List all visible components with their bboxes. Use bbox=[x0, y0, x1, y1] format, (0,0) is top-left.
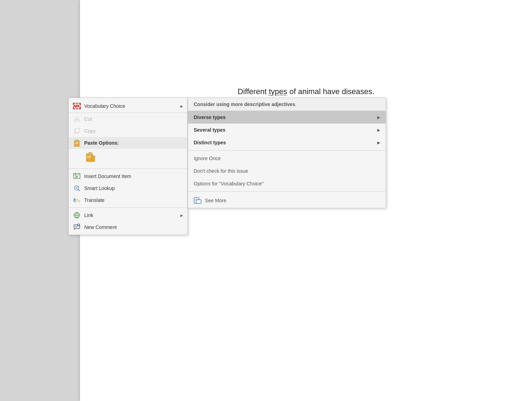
submenu-separator-1 bbox=[188, 150, 386, 151]
several-types-item[interactable]: Several types ▶ bbox=[188, 124, 386, 136]
svg-line-22 bbox=[78, 190, 80, 191]
submenu-header-text: Consider using more descriptive adjectiv… bbox=[194, 101, 295, 107]
translate-item[interactable]: あ a Translate bbox=[69, 194, 187, 206]
submenu-separator-2 bbox=[188, 191, 386, 192]
cut-label: Cut bbox=[84, 116, 183, 122]
options-label: Options for "Vocabulary Choice" bbox=[194, 181, 264, 186]
svg-rect-11 bbox=[88, 152, 92, 155]
several-types-arrow: ▶ bbox=[377, 128, 380, 132]
insert-document-item[interactable]: Insert Document Item bbox=[69, 170, 187, 182]
paste-icon bbox=[73, 139, 81, 147]
link-label: Link bbox=[84, 212, 177, 218]
smart-lookup-label: Smart Lookup bbox=[84, 185, 183, 191]
copy-menu-item[interactable]: Copy bbox=[69, 125, 187, 137]
several-types-label: Several types bbox=[194, 127, 225, 133]
svg-rect-8 bbox=[75, 142, 79, 143]
new-comment-item[interactable]: New Comment bbox=[69, 221, 187, 233]
diverse-types-label: Diverse types bbox=[194, 114, 226, 120]
context-menu-left: ABC Vocabulary Choice ▶ Cut bbox=[68, 98, 188, 235]
link-icon bbox=[73, 211, 81, 219]
insert-label: Insert Document Item bbox=[84, 173, 183, 179]
ignore-once-item[interactable]: Ignore Once bbox=[188, 152, 386, 165]
svg-point-21 bbox=[74, 186, 79, 190]
copy-label: Copy bbox=[84, 128, 183, 134]
document-text: Different types of animal have diseases. bbox=[238, 87, 374, 96]
dont-check-item[interactable]: Don't check for this issue bbox=[188, 165, 386, 177]
separator-2 bbox=[69, 208, 187, 208]
submenu-header: Consider using more descriptive adjectiv… bbox=[188, 98, 386, 111]
svg-rect-5 bbox=[75, 129, 79, 132]
distinct-types-label: Distinct types bbox=[194, 140, 226, 145]
see-more-label: See More bbox=[205, 198, 226, 203]
svg-text:a: a bbox=[77, 198, 78, 201]
vocab-choice-header[interactable]: ABC Vocabulary Choice ▶ bbox=[69, 99, 187, 113]
see-more-icon bbox=[194, 197, 201, 204]
distinct-types-arrow: ▶ bbox=[377, 141, 380, 145]
vocab-choice-arrow: ▶ bbox=[180, 104, 183, 108]
comment-icon bbox=[73, 223, 81, 231]
insert-icon bbox=[73, 172, 81, 180]
separator-1 bbox=[69, 169, 187, 169]
vocab-choice-label: Vocabulary Choice bbox=[84, 103, 177, 109]
svg-rect-7 bbox=[75, 140, 78, 142]
svg-point-2 bbox=[74, 119, 76, 121]
text-before: Different bbox=[238, 87, 269, 96]
abc-icon: ABC bbox=[73, 102, 81, 110]
cut-icon bbox=[73, 115, 81, 123]
link-item[interactable]: Link ▶ bbox=[69, 209, 187, 221]
diverse-types-item[interactable]: Diverse types ▶ bbox=[188, 111, 386, 124]
smart-lookup-item[interactable]: Smart Lookup bbox=[69, 182, 187, 194]
copy-icon bbox=[73, 127, 81, 135]
translate-icon: あ a bbox=[73, 196, 81, 204]
translate-label: Translate bbox=[84, 197, 183, 203]
new-comment-label: New Comment bbox=[84, 224, 183, 230]
context-menu-wrapper: ABC Vocabulary Choice ▶ Cut bbox=[68, 98, 386, 235]
svg-rect-15 bbox=[93, 156, 95, 157]
text-underlined: types bbox=[269, 87, 287, 96]
svg-point-3 bbox=[78, 119, 80, 121]
see-more-item[interactable]: See More bbox=[188, 193, 386, 208]
distinct-types-item[interactable]: Distinct types ▶ bbox=[188, 136, 386, 149]
svg-rect-14 bbox=[92, 157, 95, 162]
svg-rect-12 bbox=[87, 156, 91, 157]
smart-lookup-icon bbox=[73, 184, 81, 192]
svg-rect-9 bbox=[75, 143, 78, 144]
link-arrow: ▶ bbox=[180, 213, 183, 217]
svg-line-1 bbox=[77, 117, 79, 119]
text-after: of animal have diseases. bbox=[287, 87, 374, 96]
paste-keep-formatting-btn[interactable] bbox=[84, 150, 97, 164]
dont-check-label: Don't check for this issue bbox=[194, 168, 248, 174]
paste-options-item[interactable]: Paste Options: bbox=[69, 137, 187, 149]
paste-label: Paste Options: bbox=[84, 140, 183, 146]
context-menu-right: Consider using more descriptive adjectiv… bbox=[188, 98, 386, 208]
diverse-types-arrow: ▶ bbox=[377, 116, 380, 119]
paste-icons-row bbox=[69, 149, 187, 167]
options-item[interactable]: Options for "Vocabulary Choice" bbox=[188, 177, 386, 190]
cut-menu-item[interactable]: Cut bbox=[69, 113, 187, 125]
svg-point-23 bbox=[76, 187, 77, 189]
ignore-once-label: Ignore Once bbox=[194, 156, 221, 161]
svg-rect-13 bbox=[87, 157, 91, 158]
